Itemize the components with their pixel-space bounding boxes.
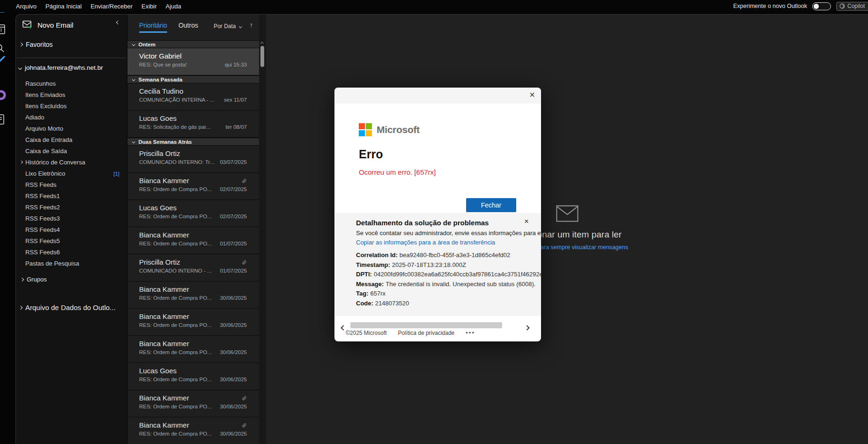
data-file-label: Arquivo de Dados do Outlo... [25,303,116,311]
new-email-button[interactable]: Novo Email [22,20,74,30]
scrollbar-thumb[interactable] [260,46,264,67]
menu-item[interactable]: Ajuda [166,3,181,10]
error-message: Ocorreu um erro. [657rx] [359,168,436,176]
email-date: 30/06/2025 [220,322,247,328]
folder-label: RSS Feeds2 [25,204,60,211]
scroll-left-icon[interactable] [341,323,345,332]
menu-item[interactable]: Arquivo [16,3,37,10]
field-value: The credential is invalid. Unexpected su… [386,281,535,288]
panel-close-icon[interactable]: × [524,217,529,226]
email-sender: Lucas Goes [139,204,259,212]
panel-description: Se você contatar seu administrador, envi… [356,229,541,237]
folder-item[interactable]: RSS Feeds [16,179,127,191]
folder-item[interactable]: Itens Enviados [16,89,127,101]
new-outlook-toggle[interactable] [812,2,831,10]
panel-title: Detalhamento da solução de problemas [356,219,541,227]
email-subject: RES: Solicitação de gás par... [139,124,210,130]
email-list-item[interactable]: Priscilla Ortiz COMUNICADO INTERNO - ...… [127,254,259,281]
email-subject: RES: Ordem de Compra PO... [139,295,212,301]
folder-list: Rascunhos Itens Enviados Itens Excluídos [16,78,127,269]
email-list-item[interactable]: Bianca Kammer RES: Ordem de Compra PO...… [127,173,259,200]
mailbox-tab[interactable]: Outros [178,22,198,29]
detail-fields: Correlation Id:bea92480-fbc0-455f-a3e3-1… [356,251,541,308]
email-list-item[interactable]: Bianca Kammer RES: Ordem de Compra PO...… [127,336,259,363]
folder-item[interactable]: Lixo Eletrônico [1] [16,168,127,179]
menu-bar: Arquivo Página Inicial Enviar/Receber Ex… [0,0,868,12]
email-date: sex 11/07 [224,97,247,103]
folder-item[interactable]: Adiado [16,112,127,123]
email-sender: Bianca Kammer [139,177,259,185]
folder-item[interactable]: Rascunhos [16,78,127,89]
menu-item[interactable]: Enviar/Receber [90,3,133,10]
email-group-header[interactable]: Duas Semanas Atrás [127,138,259,146]
notes-icon[interactable] [0,114,5,125]
detail-field: Code:2148073520 [356,299,541,309]
email-date: 01/07/2025 [220,241,247,246]
dialog-header [334,88,541,104]
folder-label: RSS Feeds4 [25,226,60,233]
h-scrollbar-thumb[interactable] [350,322,502,328]
menu-item[interactable]: Exibir [141,3,157,10]
folder-item[interactable]: Arquivo Morto [16,123,127,134]
email-subject: RES: Ordem de Compra PO... [139,349,212,355]
email-list-item[interactable]: Bianca Kammer RES: Ordem de Compra PO...… [127,417,259,444]
email-list-item[interactable]: Lucas Goes RES: Solicitação de gás par..… [127,111,259,138]
email-list-item[interactable]: Lucas Goes RES: Ordem de Compra PO... 02… [127,200,259,227]
email-group-header[interactable]: Ontem [127,40,259,48]
folder-item[interactable]: RSS Feeds5 [16,236,127,247]
account-row[interactable]: johnata.ferreira@whs.net.br [19,64,103,71]
chevron-down-icon [132,43,135,45]
email-list-item[interactable]: Cecilia Tudino COMUNICAÇÃO INTERNA - ...… [127,83,259,111]
email-list-item[interactable]: Bianca Kammer RES: Ordem de Compra PO...… [127,309,259,336]
favorites-section[interactable]: Favoritos [20,41,53,48]
email-list-item[interactable]: Bianca Kammer RES: Ordem de Compra PO...… [127,390,259,417]
folder-item[interactable]: Histórico de Conversa [16,157,127,168]
email-list-item[interactable]: Lucas Goes RES: Ordem de Compra PO... 30… [127,363,259,390]
sort-label: Por Data [214,23,236,30]
try-new-outlook-label: Experimente o novo Outlook [733,3,807,9]
todo-check-icon[interactable] [0,54,6,65]
folder-item[interactable]: RSS Feeds4 [16,224,127,236]
menu-item[interactable]: Página Inicial [45,3,82,10]
calendar-icon[interactable] [0,23,5,35]
scroll-right-icon[interactable] [525,323,529,332]
folder-item[interactable]: RSS Feeds3 [16,213,127,224]
copy-to-clipboard-link[interactable]: Copiar as informações para a área de tra… [356,239,541,246]
folder-item[interactable]: Caixa de Saída [16,146,127,157]
email-groups: Ontem Victor Gabriel RES: Que se gosta! … [127,40,259,444]
chevron-down-icon [18,66,22,69]
mailbox-tab[interactable]: Prioritário [139,22,167,29]
sidebar-item-data-file[interactable]: Arquivo de Dados do Outlo... [19,303,116,311]
collapse-pane-button[interactable] [117,17,119,26]
dialog-title: Erro [359,148,383,161]
dialog-close-icon[interactable]: × [529,89,535,100]
scroll-up-icon[interactable] [261,38,263,46]
folder-item[interactable]: Caixa de Entrada [16,134,127,146]
sidebar-item-groups[interactable]: Grupos [21,276,47,283]
message-list-scrollbar[interactable] [259,15,266,444]
email-list-item[interactable]: Victor Gabriel RES: Que se gosta! qui 15… [127,48,259,75]
search-icon[interactable] [0,43,5,53]
error-dialog: × Microsoft Erro Ocorreu um erro. [657rx… [334,88,541,341]
microsoft-wordmark: Microsoft [377,124,420,135]
loop-icon[interactable] [0,89,7,101]
new-email-label: Novo Email [37,21,74,29]
chevron-down-icon [239,25,242,28]
folder-item[interactable]: Pastas de Pesquisa [16,258,127,269]
folder-item[interactable]: Itens Excluídos [16,101,127,112]
email-list-item[interactable]: Bianca Kammer RES: Ordem de Compra PO...… [127,227,259,254]
folder-item[interactable]: RSS Feeds2 [16,202,127,213]
privacy-link[interactable]: Política de privacidade [398,330,455,336]
sort-direction-button[interactable]: ↑ [250,21,253,29]
copilot-button[interactable]: Copilot [836,2,868,11]
email-group-header[interactable]: Semana Passada [127,75,259,83]
folder-item[interactable]: RSS Feeds6 [16,247,127,258]
email-list-item[interactable]: Bianca Kammer RES: Ordem de Compra PO...… [127,281,259,309]
email-list-item[interactable]: Priscilla Ortiz COMUNICADO INTERNO: Tr..… [127,146,259,173]
folder-item[interactable]: RSS Feeds1 [16,191,127,202]
app-rail [0,0,7,444]
more-options[interactable]: ••• [466,329,475,336]
sort-dropdown[interactable]: Por Data [214,23,241,30]
message-list: Prioritário Outros Por Data ↑ Ontem Vict [127,15,259,444]
fechar-button[interactable]: Fechar [466,198,516,212]
